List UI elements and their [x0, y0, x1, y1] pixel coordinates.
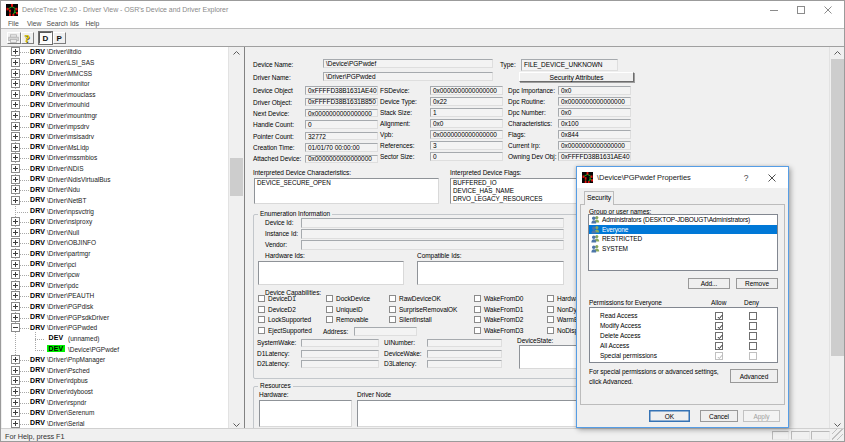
- expand-icon[interactable]: [11, 185, 20, 194]
- collapse-icon[interactable]: [11, 323, 20, 332]
- cap-uniqueid-checkbox[interactable]: [326, 306, 333, 313]
- driver-view-button[interactable]: D: [39, 32, 53, 44]
- expand-icon[interactable]: [11, 69, 20, 78]
- expand-icon[interactable]: [11, 355, 20, 364]
- allow-checkbox-checked[interactable]: [715, 332, 723, 340]
- help-button[interactable]: ?: [21, 32, 35, 44]
- add-button[interactable]: Add...: [688, 278, 730, 289]
- cap-dockdevice-checkbox[interactable]: [326, 295, 333, 302]
- expand-icon[interactable]: [11, 270, 20, 279]
- expand-icon[interactable]: [11, 153, 20, 162]
- tree-item-Driver-PnpManager[interactable]: DRV\Driver\PnpManager: [2, 355, 244, 366]
- tree-item-Driver-nsiproxy[interactable]: DRV\Driver\nsiproxy: [2, 217, 244, 228]
- tree-item-Driver-npsvctrig[interactable]: DRV\Driver\npsvctrig: [2, 207, 244, 218]
- allow-checkbox-checked[interactable]: [715, 352, 723, 360]
- cancel-button[interactable]: Cancel: [700, 410, 738, 422]
- deny-checkbox[interactable]: [749, 322, 757, 330]
- cap-hardwaredisabled-checkbox[interactable]: [547, 295, 554, 302]
- cap-nondynamic-checkbox[interactable]: [547, 306, 554, 313]
- expand-icon[interactable]: [11, 281, 20, 290]
- tree-item-Driver-NetBT[interactable]: DRV\Driver\NetBT: [2, 196, 244, 207]
- tab-security[interactable]: Security: [584, 191, 614, 205]
- tree-item-Driver-monitor[interactable]: DRV\Driver\monitor: [2, 79, 244, 90]
- tree-item-Driver-OBJINFO[interactable]: DRV\Driver\OBJINFO: [2, 238, 244, 249]
- tree-item-Driver-Serenum[interactable]: DRV\Driver\Serenum: [2, 408, 244, 419]
- expand-icon[interactable]: [11, 47, 20, 56]
- tree-item-Driver-LSI-SAS[interactable]: DRV\Driver\LSI_SAS: [2, 58, 244, 69]
- cap-deviced2-checkbox[interactable]: [258, 306, 265, 313]
- cap-rawdeviceok-checkbox[interactable]: [389, 295, 396, 302]
- expand-icon[interactable]: [11, 58, 20, 67]
- dialog-help-button[interactable]: ?: [735, 167, 757, 188]
- expand-icon[interactable]: [11, 164, 20, 173]
- cap-wakefromd2-checkbox[interactable]: [474, 316, 481, 323]
- allow-checkbox-checked[interactable]: [715, 322, 723, 330]
- details-scrollbar[interactable]: [829, 47, 845, 430]
- ok-button[interactable]: OK: [649, 410, 690, 422]
- deny-checkbox[interactable]: [749, 332, 757, 340]
- tree-item-Driver-PEAUTH[interactable]: DRV\Driver\PEAUTH: [2, 291, 244, 302]
- resize-grip[interactable]: [832, 429, 843, 440]
- tree-item-Driver-partmgr[interactable]: DRV\Driver\partmgr: [2, 249, 244, 260]
- dialog-close-button[interactable]: [761, 167, 783, 188]
- expand-icon[interactable]: [11, 175, 20, 184]
- tree-item-Driver-pci[interactable]: DRV\Driver\pci: [2, 260, 244, 271]
- expand-icon[interactable]: [11, 419, 20, 428]
- group-item-system[interactable]: SYSTEM: [589, 244, 777, 254]
- maximize-button[interactable]: [788, 1, 814, 18]
- details-scroll-up[interactable]: [830, 47, 845, 58]
- tree-item-Driver-mountmgr[interactable]: DRV\Driver\mountmgr: [2, 111, 244, 122]
- cap-silentinstall-checkbox[interactable]: [389, 316, 396, 323]
- group-item-administrators[interactable]: Administrators (DESKTOP-JDBOUGT\Administ…: [589, 215, 777, 225]
- resources-hardware-list[interactable]: [259, 400, 352, 427]
- cap-warmejectsupported-checkbox[interactable]: [547, 316, 554, 323]
- tree-item-Driver-mouhid[interactable]: DRV\Driver\mouhid: [2, 100, 244, 111]
- expand-icon[interactable]: [11, 100, 20, 109]
- menu-view[interactable]: View: [27, 20, 41, 27]
- menu-ids[interactable]: Ids: [70, 20, 79, 27]
- tree-item-Driver-rspndr[interactable]: DRV\Driver\rspndr: [2, 398, 244, 409]
- menu-file[interactable]: File: [8, 20, 19, 27]
- expand-icon[interactable]: [11, 132, 20, 141]
- deny-checkbox[interactable]: [749, 352, 757, 360]
- compatible-ids-list[interactable]: [417, 261, 564, 285]
- group-item-restricted[interactable]: RESTRICTED: [589, 234, 777, 244]
- expand-icon[interactable]: [11, 366, 20, 375]
- minimize-button[interactable]: [761, 1, 787, 18]
- tree-item-Driver-msisadrv[interactable]: DRV\Driver\msisadrv: [2, 132, 244, 143]
- tree-item-Device-PGPwdef[interactable]: DEV\Device\PGPwdef: [2, 345, 244, 356]
- expand-icon[interactable]: [11, 398, 20, 407]
- expand-icon[interactable]: [11, 376, 20, 385]
- expand-icon[interactable]: [11, 260, 20, 269]
- print-button[interactable]: [7, 32, 21, 44]
- details-scroll-thumb[interactable]: [831, 59, 844, 356]
- cap-wakefromd0-checkbox[interactable]: [474, 295, 481, 302]
- tree-item-Driver-PGPdisk[interactable]: DRV\Driver\PGPdisk: [2, 302, 244, 313]
- tree-item-Driver-MsLldp[interactable]: DRV\Driver\MsLldp: [2, 143, 244, 154]
- tree-item-Driver-Ndu[interactable]: DRV\Driver\Ndu: [2, 185, 244, 196]
- tree-item-Driver-NDIS[interactable]: DRV\Driver\NDIS: [2, 164, 244, 175]
- expand-icon[interactable]: [11, 291, 20, 300]
- expand-icon[interactable]: [11, 228, 20, 237]
- menu-search[interactable]: Search: [47, 20, 68, 27]
- tree-item-unnamed[interactable]: DEV(unnamed): [2, 334, 244, 345]
- expand-icon[interactable]: [11, 122, 20, 131]
- apply-button[interactable]: Apply: [743, 410, 780, 422]
- expand-icon[interactable]: [11, 387, 20, 396]
- tree-item-Driver-Null[interactable]: DRV\Driver\Null: [2, 228, 244, 239]
- cap-surpriseremovalok-checkbox[interactable]: [389, 306, 396, 313]
- allow-checkbox-checked[interactable]: [715, 342, 723, 350]
- tree-scrollbar[interactable]: [228, 47, 244, 430]
- cap-wakefromd3-checkbox[interactable]: [474, 327, 481, 334]
- allow-checkbox-checked[interactable]: [715, 312, 723, 320]
- cap-nodisplayinui-checkbox[interactable]: [547, 327, 554, 334]
- group-names-list[interactable]: Administrators (DESKTOP-JDBOUGT\Administ…: [588, 214, 778, 271]
- cap-wakefromd1-checkbox[interactable]: [474, 306, 481, 313]
- expand-icon[interactable]: [11, 302, 20, 311]
- deny-checkbox[interactable]: [749, 312, 757, 320]
- deny-checkbox[interactable]: [749, 342, 757, 350]
- expand-icon[interactable]: [11, 249, 20, 258]
- tree-item-Driver-lltdio[interactable]: DRV\Driver\lltdio: [2, 47, 244, 58]
- group-item-everyone[interactable]: Everyone: [589, 225, 777, 235]
- remove-button[interactable]: Remove: [736, 278, 778, 289]
